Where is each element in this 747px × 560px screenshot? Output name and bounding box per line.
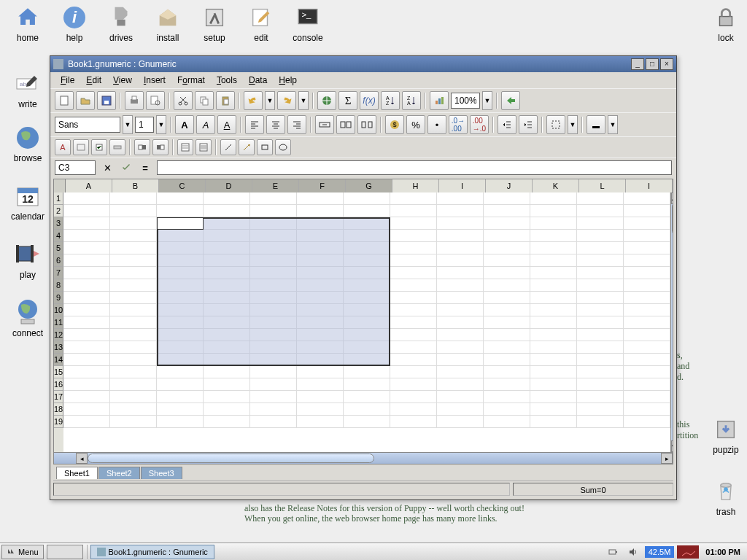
browse-icon[interactable]: browse <box>6 124 50 163</box>
redo-button[interactable] <box>277 91 296 110</box>
merge-button[interactable] <box>336 115 355 134</box>
undo-button[interactable] <box>244 91 263 110</box>
scroll-down-button[interactable]: ▾ <box>671 440 673 452</box>
col-header-H[interactable]: H <box>392 179 439 192</box>
menu-edit[interactable]: Edit <box>80 74 107 87</box>
row-header-3[interactable]: 3 <box>54 217 63 230</box>
label-object-button[interactable]: A <box>55 139 71 155</box>
col-header-L[interactable]: L <box>579 179 626 192</box>
menu-format[interactable]: Format <box>171 74 211 87</box>
sort-asc-button[interactable]: AZ <box>381 91 400 110</box>
tray-clock[interactable]: 01:00 PM <box>702 546 744 558</box>
slider-object-button[interactable] <box>152 139 169 155</box>
underline-button[interactable]: A <box>217 115 236 134</box>
col-header-E[interactable]: E <box>252 179 299 192</box>
row-header-15[interactable]: 15 <box>54 366 63 378</box>
col-header-I[interactable]: I <box>439 179 486 192</box>
row-header-18[interactable]: 18 <box>54 403 63 416</box>
split-button[interactable] <box>357 115 376 134</box>
row-header-2[interactable]: 2 <box>54 205 63 217</box>
font-size-dropdown[interactable]: ▼ <box>156 115 166 134</box>
align-center-button[interactable] <box>266 115 285 134</box>
italic-button[interactable]: A <box>196 115 215 134</box>
menu-view[interactable]: View <box>107 74 138 87</box>
row-header-12[interactable]: 12 <box>54 329 63 341</box>
col-header-I[interactable]: I <box>626 179 673 192</box>
checkbox-object-button[interactable] <box>91 139 107 155</box>
drives-icon[interactable]: drives <box>99 4 143 43</box>
row-header-17[interactable]: 17 <box>54 391 63 403</box>
fill-color-button[interactable] <box>587 115 605 134</box>
home-icon[interactable]: home <box>6 4 50 43</box>
increase-indent-button[interactable] <box>519 115 538 134</box>
row-header-13[interactable]: 13 <box>54 341 63 354</box>
decrease-decimal-button[interactable]: .00→.0 <box>470 115 489 134</box>
menu-help[interactable]: Help <box>273 74 303 87</box>
horizontal-scrollbar[interactable]: ◂ ▸ <box>54 452 673 464</box>
hyperlink-button[interactable] <box>317 91 336 110</box>
row-header-19[interactable]: 19 <box>54 416 63 428</box>
play-icon[interactable]: play <box>6 241 50 280</box>
col-header-J[interactable]: J <box>486 179 533 192</box>
redo-dropdown[interactable]: ▼ <box>298 91 309 110</box>
align-left-button[interactable] <box>245 115 264 134</box>
row-header-6[interactable]: 6 <box>54 254 63 267</box>
rectangle-object-button[interactable] <box>257 139 273 155</box>
accept-edit-button[interactable] <box>119 160 133 175</box>
align-right-button[interactable] <box>287 115 306 134</box>
arrow-object-button[interactable] <box>239 139 255 155</box>
equals-button[interactable]: = <box>138 160 152 175</box>
select-all-corner[interactable] <box>54 179 66 192</box>
scroll-right-button[interactable]: ▸ <box>661 453 673 464</box>
install-icon[interactable]: install <box>146 4 190 43</box>
font-size-input[interactable] <box>135 117 154 133</box>
row-header-11[interactable]: 11 <box>54 316 63 329</box>
row-header-4[interactable]: 4 <box>54 230 63 242</box>
show-desktop-button[interactable] <box>47 545 83 559</box>
menu-data[interactable]: Data <box>243 74 273 87</box>
percent-button[interactable]: % <box>406 115 425 134</box>
col-header-G[interactable]: G <box>346 179 392 192</box>
console-icon[interactable]: >_console <box>286 4 330 43</box>
borders-button[interactable] <box>546 115 565 134</box>
close-button[interactable]: × <box>660 58 673 70</box>
taskbar-task-gnumeric[interactable]: Book1.gnumeric : Gnumeric <box>90 545 214 559</box>
vscroll-thumb[interactable] <box>672 204 673 233</box>
font-name-dropdown[interactable]: ▼ <box>123 115 133 134</box>
tray-battery-icon[interactable] <box>604 545 622 559</box>
ellipse-object-button[interactable] <box>275 139 291 155</box>
edit-icon[interactable]: edit <box>239 4 283 43</box>
list-object-button[interactable] <box>177 139 193 155</box>
connect-icon[interactable]: connect <box>6 299 50 338</box>
col-header-B[interactable]: B <box>112 179 159 192</box>
sum-button[interactable]: Σ <box>338 91 357 110</box>
cut-button[interactable] <box>174 91 193 110</box>
spin-object-button[interactable] <box>134 139 150 155</box>
col-header-D[interactable]: D <box>206 179 252 192</box>
zoom-dropdown[interactable]: ▼ <box>482 91 492 110</box>
chart-button[interactable] <box>430 91 449 110</box>
col-header-A[interactable]: A <box>66 179 112 192</box>
copy-button[interactable] <box>195 91 214 110</box>
vertical-scrollbar[interactable]: ▴ ▾ <box>670 192 673 452</box>
new-button[interactable] <box>55 91 74 110</box>
name-box[interactable] <box>55 160 96 175</box>
sheet-tab-sheet1[interactable]: Sheet1 <box>56 467 98 479</box>
center-across-button[interactable] <box>315 115 334 134</box>
cancel-edit-button[interactable]: ✕ <box>100 160 115 175</box>
font-name-input[interactable] <box>55 117 120 133</box>
combo-object-button[interactable] <box>196 139 212 155</box>
save-button[interactable] <box>97 91 116 110</box>
menu-insert[interactable]: Insert <box>138 74 171 87</box>
calendar-icon[interactable]: 12calendar <box>6 182 50 222</box>
row-header-5[interactable]: 5 <box>54 242 63 254</box>
currency-button[interactable]: $ <box>385 115 404 134</box>
sort-desc-button[interactable]: ZA <box>402 91 421 110</box>
zoom-input[interactable] <box>451 93 480 109</box>
trash-icon[interactable]: trash <box>704 478 747 517</box>
sheet-tab-sheet3[interactable]: Sheet3 <box>141 467 182 479</box>
write-icon[interactable]: abcwrite <box>6 70 50 109</box>
row-header-9[interactable]: 9 <box>54 292 63 304</box>
paste-button[interactable] <box>216 91 235 110</box>
titlebar[interactable]: Book1.gnumeric : Gnumeric _ □ × <box>50 56 676 72</box>
